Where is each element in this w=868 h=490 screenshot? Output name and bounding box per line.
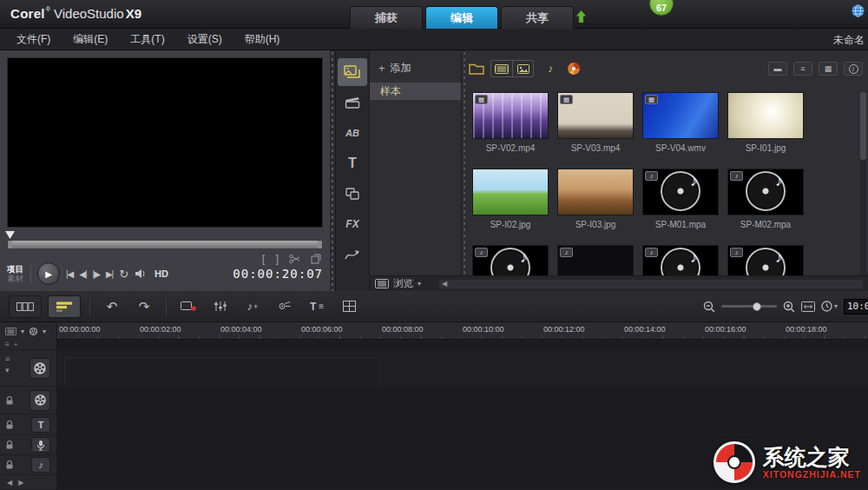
chevron-down-icon[interactable]: ▾	[43, 328, 46, 335]
bar-view-button[interactable]: ▬	[768, 62, 787, 76]
grid-view-button[interactable]: ▦	[819, 62, 838, 76]
timeline-view-button[interactable]	[48, 295, 81, 318]
ruler-ticks[interactable]: 00:00:00:00 00:00:02:00 00:00:04:00 00:0…	[57, 322, 868, 339]
library-item[interactable]: SP-I02.jpg	[470, 169, 550, 242]
upgrade-arrow-icon[interactable]	[575, 10, 587, 23]
undo-button[interactable]: ↶	[99, 296, 125, 317]
library-item[interactable]: ▦ SP-V04.wmv	[641, 92, 720, 165]
library-item[interactable]: ▦ SP-V02.mp4	[470, 92, 550, 165]
chevron-down-icon[interactable]: ▾	[5, 367, 10, 374]
media-wheel-icon[interactable]	[567, 62, 581, 76]
lock-icon[interactable]	[5, 440, 14, 450]
storyboard-view-button[interactable]	[9, 295, 42, 318]
ruler-mode-button[interactable]: ▾	[821, 301, 838, 312]
video-track-button[interactable]	[30, 358, 50, 379]
motion-tracking-button[interactable]	[272, 296, 298, 317]
timeline-zoom-slider[interactable]	[721, 301, 777, 313]
info-button[interactable]: i	[844, 62, 863, 76]
hd-toggle-button[interactable]: HD	[155, 268, 168, 279]
scroll-right-icon[interactable]: ▶	[18, 479, 23, 487]
library-item[interactable]: ▦ SP-V03.mp4	[556, 92, 635, 165]
folder-item-samples[interactable]: 样本	[370, 83, 461, 100]
scrollbar-thumb[interactable]	[860, 92, 866, 160]
library-item[interactable]: ♪ ♪ SP-M02.mpa	[726, 169, 806, 242]
title-button[interactable]: T	[338, 149, 367, 177]
network-status-icon[interactable]	[852, 4, 865, 17]
tab-capture[interactable]: 捕获	[350, 6, 423, 29]
filter-audio-button[interactable]: ♪	[540, 61, 561, 76]
filter-photo-button[interactable]	[512, 61, 533, 76]
instant-project-button[interactable]	[338, 89, 367, 116]
auto-music-button[interactable]: ♪+	[240, 296, 266, 317]
voice-track-button[interactable]	[31, 437, 50, 453]
menu-edit[interactable]: 编辑(E)	[62, 29, 119, 50]
mode-project[interactable]: 项目	[7, 264, 23, 274]
voice-track-header[interactable]	[0, 435, 56, 455]
sound-mixer-button[interactable]	[207, 296, 233, 317]
scroll-left-icon[interactable]: ◀	[439, 280, 450, 288]
scroll-left-icon[interactable]: ◀	[7, 479, 12, 487]
lock-icon[interactable]	[5, 460, 14, 470]
transition-button[interactable]: AB	[338, 119, 367, 147]
overlay-track-lane[interactable]	[57, 387, 868, 414]
library-item[interactable]: ♪ ♪ SP-M01.mpa	[641, 169, 720, 242]
split-screen-template-button[interactable]	[336, 296, 362, 317]
chevron-down-icon[interactable]: ▾	[21, 328, 24, 335]
track-scroll-row[interactable]: ◀ ▶	[0, 475, 56, 490]
graphic-button[interactable]	[338, 180, 367, 208]
fit-project-button[interactable]	[801, 301, 815, 312]
timecode-display[interactable]: 00:00:20:07	[233, 267, 323, 281]
subtitle-editor-button[interactable]: T≡	[304, 296, 330, 317]
zoom-in-button[interactable]	[783, 301, 795, 313]
media-library-button[interactable]	[338, 58, 367, 86]
next-frame-button[interactable]: |▶	[93, 269, 100, 279]
library-item[interactable]: SP-I03.jpg	[556, 169, 635, 242]
filter-button[interactable]: FX	[338, 210, 367, 238]
title-track-header[interactable]: T	[0, 414, 56, 435]
filter-video-button[interactable]	[491, 61, 512, 76]
scrubber-handle[interactable]	[5, 231, 15, 239]
music-track-header[interactable]: ♪	[0, 455, 56, 475]
prev-frame-button[interactable]: ◀|	[79, 269, 86, 279]
notification-badge[interactable]: 67	[649, 0, 674, 16]
jump-end-button[interactable]: ▶|	[106, 269, 113, 279]
tab-edit[interactable]: 编辑	[425, 6, 498, 29]
mode-clip[interactable]: 素材	[7, 274, 23, 283]
tab-share[interactable]: 共享	[501, 6, 574, 29]
browse-label[interactable]: 浏览	[393, 277, 413, 290]
track-manager-icon[interactable]: ≡	[5, 341, 10, 348]
track-options-icon[interactable]: ≡	[5, 355, 10, 363]
video-track-header[interactable]: ≡ ▾	[0, 350, 56, 387]
repeat-button[interactable]: ↻	[119, 268, 128, 281]
duration-box[interactable]: 10:0	[844, 299, 868, 315]
gallery-splitter[interactable]	[462, 50, 467, 275]
menu-tools[interactable]: 工具(T)	[119, 29, 175, 50]
play-button[interactable]: ▶	[37, 262, 60, 285]
library-scrollbar[interactable]	[860, 92, 866, 287]
title-track-button[interactable]: T	[31, 417, 50, 433]
redo-button[interactable]: ↷	[131, 296, 157, 317]
music-track-button[interactable]: ♪	[31, 457, 50, 473]
trim-bar[interactable]	[7, 240, 323, 249]
record-capture-button[interactable]	[175, 296, 201, 317]
preview-video-area[interactable]	[7, 57, 323, 228]
zoom-slider-thumb[interactable]	[753, 302, 761, 311]
overlay-track-header[interactable]	[0, 387, 56, 414]
list-view-button[interactable]: ≡	[793, 62, 812, 76]
track-manager-row[interactable]: ≡ +	[0, 340, 56, 350]
add-track-icon[interactable]: +	[14, 341, 18, 348]
library-hscrollbar[interactable]: ◀	[439, 280, 863, 288]
overlay-track-button[interactable]	[30, 390, 50, 411]
menu-help[interactable]: 帮助(H)	[233, 29, 292, 50]
volume-icon[interactable]	[135, 268, 147, 279]
jump-start-button[interactable]: |◀	[66, 269, 73, 279]
zoom-out-button[interactable]	[703, 301, 715, 313]
timeline-ruler[interactable]: ▾ ▾ 00:00:00:00 00:00:02:00 00:00:04:00 …	[0, 322, 868, 340]
folder-icon[interactable]	[469, 63, 484, 75]
title-track-lane[interactable]	[57, 414, 868, 435]
menu-file[interactable]: 文件(F)	[5, 29, 62, 50]
library-item[interactable]: SP-I01.jpg	[726, 92, 806, 165]
add-folder-button[interactable]: + 添加	[378, 61, 461, 76]
lock-icon[interactable]	[5, 420, 14, 429]
menu-settings[interactable]: 设置(S)	[176, 29, 233, 50]
